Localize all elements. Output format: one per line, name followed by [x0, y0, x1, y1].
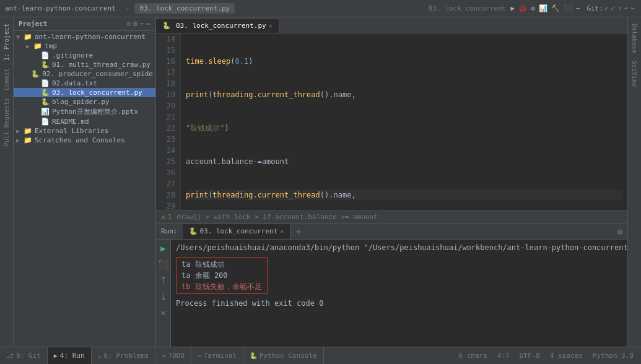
git-check-icon[interactable]: ✓: [604, 4, 609, 12]
code-line-14: time.sleep(0.1): [186, 56, 622, 67]
tree-arrow-tmp: ▶: [26, 43, 33, 50]
right-tab-database[interactable]: Database: [630, 20, 639, 57]
sidebar-tree: ▼ 📁 ant-learn-python-concurrent ▶ 📁 tmp …: [14, 31, 155, 347]
coverage-icon[interactable]: ⚙: [531, 4, 535, 12]
py-icon-file2: 🐍: [31, 70, 40, 78]
redo-icon[interactable]: ↪: [630, 4, 635, 12]
close-run-button[interactable]: ✕: [159, 306, 167, 319]
bottom-tab-python-console-label: Python Console: [259, 352, 317, 360]
line-num-14: 14: [161, 33, 175, 45]
run-left-controls: ▶ ⬛ ⤒ ⤓ ✕: [156, 240, 171, 347]
stop-button[interactable]: ⬛: [157, 258, 170, 271]
build-icon[interactable]: 🔨: [551, 4, 560, 12]
todo-bottom-icon: ≡: [162, 352, 165, 359]
project-title: ant-learn-python-concurrent: [5, 4, 116, 12]
git-label: Git:: [586, 4, 603, 12]
git-file-icon: 📄: [41, 51, 50, 59]
scroll-bottom-button[interactable]: ⤓: [159, 290, 168, 303]
tree-label-file5: blog_spider.py: [52, 98, 110, 106]
bottom-bar-tabs: ⎇ 9: Git ▶ 4: Run ⚠ 6: Problems ≡ TODO ▭…: [0, 347, 324, 364]
tree-item-file4[interactable]: 🐍 03. lock_concurrent.py: [14, 88, 155, 97]
tree-item-file6[interactable]: 📊 Python开发编程简介.pptx: [14, 106, 155, 117]
run-config-label: 03. lock_concurrent: [429, 4, 507, 12]
run-settings-icon[interactable]: ⚙: [617, 227, 622, 236]
sidebar-more-icon[interactable]: ⋯: [146, 20, 150, 28]
run-output: /Users/peishuaishuai/anaconda3/bin/pytho…: [171, 240, 627, 347]
encoding-info: UTF-8: [520, 352, 540, 360]
sidebar-item-project[interactable]: 1: Project: [2, 20, 11, 64]
sidebar-layout-icon[interactable]: ⊞: [133, 20, 137, 28]
code-line-15: print(threading.current_thread().name,: [186, 89, 622, 100]
bottom-tab-run-label: 4: Run: [60, 352, 85, 360]
bottom-tab-git-label: 9: Git: [16, 352, 41, 360]
tree-label-file6: Python开发编程简介.pptx: [52, 107, 138, 116]
tree-item-scratches[interactable]: ▶ 📁 Scratches and Consoles: [14, 136, 155, 145]
tree-label-root: ant-learn-python-concurrent: [35, 33, 146, 41]
bottom-tab-todo[interactable]: ≡ TODO: [155, 347, 191, 364]
tree-root[interactable]: ▼ 📁 ant-learn-python-concurrent: [14, 32, 155, 41]
run-output-line-2: ta 余额 200: [181, 270, 262, 281]
py-icon-file5: 🐍: [41, 98, 50, 106]
bottom-tab-git[interactable]: ⎇ 9: Git: [0, 347, 48, 364]
sidebar-header-icons: ⚙ ⊞ − ⋯: [127, 20, 151, 28]
line-numbers: 14 15 16 17 18 19 20 21 22 23 24 25 26 2…: [156, 33, 181, 210]
run-label: Run:: [161, 227, 178, 235]
rerun-button[interactable]: ▶: [159, 242, 167, 254]
debug-button-icon[interactable]: 🐞: [518, 4, 527, 12]
tree-arrow-extlib: ▶: [16, 128, 24, 134]
left-vertical-tabs: 1: Project Commit Pull Requests: [0, 17, 14, 347]
tree-arrow-scratches: ▶: [16, 137, 24, 144]
tree-item-extlib[interactable]: ▶ 📁 External Libraries: [14, 126, 155, 136]
txt-icon-file3: 📄: [41, 79, 50, 87]
tree-item-file1[interactable]: 🐍 01. multi_thread_craw.py: [14, 60, 155, 69]
sidebar-header: Project ⚙ ⊞ − ⋯: [14, 17, 155, 31]
editor-tab-main[interactable]: 🐍 03. lock_concurrent.py ✕: [156, 18, 279, 33]
breadcrumb: draw() > with lock > if account.balance …: [177, 213, 622, 221]
run-tab-add[interactable]: +: [290, 227, 305, 236]
sidebar-collapse-icon[interactable]: −: [140, 20, 144, 28]
run-tab-close[interactable]: ✕: [280, 228, 284, 235]
bottom-tab-problems[interactable]: ⚠ 6: Problems: [92, 347, 156, 364]
tree-item-gitignore[interactable]: 📄 .gitignore: [14, 51, 155, 60]
more-icon[interactable]: ⋯: [576, 4, 580, 12]
sidebar-header-title: Project: [19, 20, 127, 28]
run-tab-main[interactable]: 🐍 03. lock_concurrent ✕: [183, 224, 291, 239]
run-panel-header: Run: 🐍 03. lock_concurrent ✕ + ⚙: [156, 223, 627, 240]
tree-item-tmp[interactable]: ▶ 📁 tmp: [14, 41, 155, 51]
line-num-24: 24: [161, 145, 175, 156]
tree-item-file5[interactable]: 🐍 blog_spider.py: [14, 97, 155, 106]
bottom-tab-run[interactable]: ▶ 4: Run: [48, 347, 92, 364]
folder-icon-tmp: 📁: [33, 42, 42, 50]
tree-item-file3[interactable]: 📄 02.data.txt: [14, 79, 155, 88]
sidebar-settings-icon[interactable]: ⚙: [127, 20, 131, 28]
tree-label-file2: 02. producer_consumer_spide: [42, 70, 153, 78]
line-num-20: 20: [161, 100, 175, 111]
run-panel: Run: 🐍 03. lock_concurrent ✕ + ⚙ ▶ ⬛ ⤒ ⤓…: [156, 223, 627, 347]
right-tab-sciview[interactable]: SciView: [630, 57, 639, 90]
bottom-tab-terminal[interactable]: ▭ Terminal: [191, 347, 243, 364]
warning-icon: ⚠: [161, 213, 165, 221]
top-bar-file[interactable]: 03. lock_concurrent.py: [134, 3, 235, 14]
tree-label-file7: README.md: [52, 118, 89, 126]
profile-icon[interactable]: 📊: [539, 4, 547, 12]
bottom-tab-python-console[interactable]: 🐍 Python Console: [243, 347, 324, 364]
python-version-info: Python 3.8: [593, 352, 634, 360]
tree-item-file2[interactable]: 🐍 02. producer_consumer_spide: [14, 69, 155, 79]
pptx-icon-file6: 📊: [41, 108, 50, 116]
line-num-29: 29: [161, 201, 175, 210]
bottom-bar: ⎇ 9: Git ▶ 4: Run ⚠ 6: Problems ≡ TODO ▭…: [0, 347, 641, 364]
code-editor[interactable]: 14 15 16 17 18 19 20 21 22 23 24 25 26 2…: [156, 33, 627, 210]
stop-icon[interactable]: ⬛: [564, 4, 572, 12]
tab-py-icon: 🐍: [162, 22, 171, 30]
tree-item-file7[interactable]: 📄 README.md: [14, 117, 155, 126]
line-num-16: 16: [161, 56, 175, 67]
git-push-icon[interactable]: ✓: [611, 4, 616, 12]
scroll-top-button[interactable]: ⤒: [159, 274, 168, 287]
line-num-23: 23: [161, 134, 175, 145]
run-button-icon[interactable]: ▶: [511, 4, 515, 12]
undo-icon[interactable]: ↩: [624, 4, 629, 12]
editor-tab-close[interactable]: ✕: [269, 22, 273, 29]
sidebar-item-commit[interactable]: Commit: [2, 64, 11, 94]
git-branch-icon[interactable]: ↑: [617, 4, 622, 12]
sidebar-item-pullrequests[interactable]: Pull Requests: [2, 94, 11, 150]
